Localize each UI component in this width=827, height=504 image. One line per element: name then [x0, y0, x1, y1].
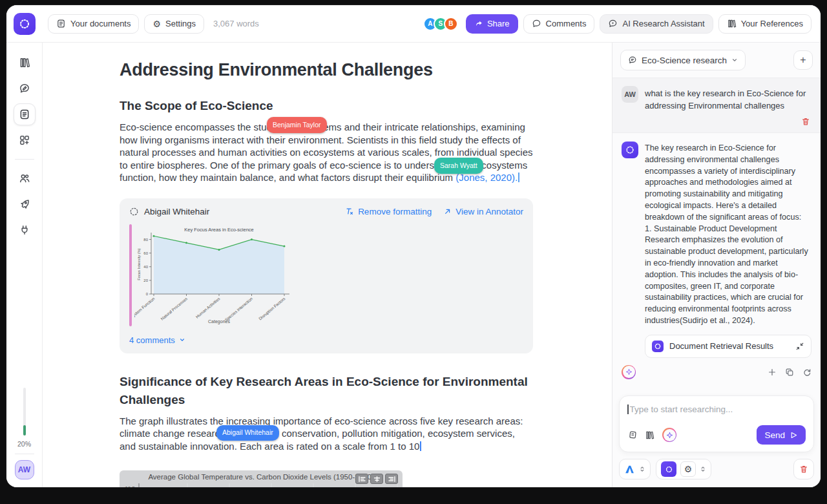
- divider: [15, 159, 34, 160]
- send-button[interactable]: Send: [757, 425, 806, 445]
- trash-icon: [799, 465, 808, 474]
- ai-enhance-button[interactable]: [622, 365, 636, 379]
- your-documents-button[interactable]: Your documents: [48, 14, 139, 34]
- paragraph-1[interactable]: Eco-science encompasses the study of eco…: [120, 121, 533, 184]
- model-settings-selector[interactable]: ⚙: [656, 459, 711, 479]
- your-references-label: Your References: [741, 19, 803, 28]
- sidebar-item-annotations[interactable]: [14, 78, 36, 100]
- chart-align-left-button[interactable]: [355, 474, 368, 484]
- comments-button[interactable]: Comments: [523, 14, 595, 34]
- chevron-down-icon: [179, 337, 185, 343]
- add-to-document-button[interactable]: [768, 368, 777, 377]
- library-icon: [727, 19, 737, 28]
- svg-text:0: 0: [146, 292, 149, 296]
- user-question-text: what is the key research in Eco-Science …: [645, 86, 811, 112]
- new-thread-button[interactable]: +: [793, 50, 813, 70]
- model-settings-gear[interactable]: ⚙: [680, 461, 696, 477]
- dashed-circle-icon: [129, 207, 139, 216]
- text-cursor: [518, 173, 519, 182]
- app-model-icon: [661, 461, 676, 477]
- view-in-annotator-button[interactable]: View in Annotator: [443, 207, 523, 216]
- thread-selector-dropdown[interactable]: Eco-Science research: [620, 50, 746, 70]
- sidebar-item-blocks[interactable]: [14, 129, 36, 151]
- share-button[interactable]: Share: [466, 14, 518, 34]
- reference-library-button[interactable]: [645, 430, 654, 440]
- avatar[interactable]: B: [444, 17, 458, 31]
- plus-icon: [768, 368, 777, 377]
- sidebar-item-integrations[interactable]: [14, 219, 36, 241]
- your-references-button[interactable]: Your References: [718, 14, 811, 34]
- settings-label: Settings: [165, 19, 196, 28]
- gear-icon: ⚙: [684, 465, 693, 474]
- chart-align-center-button[interactable]: [370, 474, 383, 484]
- chat-history: AW what is the key research in Eco-Scien…: [612, 78, 821, 395]
- input-placeholder: Type to start researching...: [630, 404, 733, 414]
- citation-link[interactable]: (Jones, 2020).: [455, 172, 518, 183]
- user-message: AW what is the key research in Eco-Scien…: [612, 78, 821, 133]
- collaborator-avatars: A S B: [423, 17, 458, 31]
- user-avatar: AW: [622, 86, 638, 103]
- delete-message-button[interactable]: [801, 117, 810, 126]
- svg-text:Average Global Temperature vs.: Average Global Temperature vs. Carbon Di…: [148, 473, 373, 481]
- chat-edit-icon: [19, 83, 30, 94]
- top-toolbar: Your documents ⚙ Settings 3,067 words A …: [6, 5, 821, 43]
- plug-icon: [19, 224, 30, 236]
- grid-plus-icon: [19, 134, 30, 146]
- document-retrieval-results-card[interactable]: Document Retrieval Results: [645, 335, 811, 358]
- input-cursor: [627, 404, 629, 414]
- chat-sparkle-icon: [608, 19, 618, 28]
- divider: [15, 454, 34, 454]
- ai-research-assistant-label: AI Research Assistant: [622, 19, 704, 28]
- sparkle-icon: [625, 368, 633, 375]
- svg-text:40: 40: [143, 264, 148, 268]
- dotted-ring-logo-icon: [18, 17, 31, 30]
- svg-text:60: 60: [143, 251, 148, 255]
- embedded-figure-card: Abigail Whitehair Remove formatting View…: [120, 198, 533, 353]
- svg-text:Species Interaction: Species Interaction: [224, 296, 255, 322]
- sidebar-item-library[interactable]: [14, 52, 36, 74]
- ai-research-assistant-button[interactable]: AI Research Assistant: [600, 14, 713, 34]
- assistant-message-actions: [622, 365, 811, 379]
- gear-icon: ⚙: [152, 19, 161, 28]
- trash-icon: [801, 117, 810, 126]
- sidebar-item-launch[interactable]: [14, 193, 36, 215]
- sidebar-item-documents[interactable]: [14, 103, 36, 125]
- rocket-icon: [19, 198, 30, 210]
- copy-button[interactable]: [785, 368, 794, 377]
- provider-selector[interactable]: [619, 459, 651, 479]
- figure-comments-toggle[interactable]: 4 comments: [129, 335, 185, 345]
- document-icon: [56, 19, 66, 28]
- remove-formatting-button[interactable]: Remove formatting: [345, 207, 432, 216]
- assistant-message: The key research in Eco-Science for addr…: [612, 133, 821, 379]
- clear-chat-button[interactable]: [793, 459, 814, 479]
- paragraph-2[interactable]: The graph illustrates the increasing imp…: [120, 415, 533, 453]
- figure-selection-bar: [129, 224, 132, 326]
- chart-align-right-button[interactable]: [385, 474, 398, 484]
- document-canvas[interactable]: Addressing Environmental Challenges The …: [43, 43, 612, 487]
- sidebar-item-team[interactable]: [14, 167, 36, 189]
- line-chart-key-focus-areas[interactable]: Key Focus Areas in Eco-science020406080E…: [134, 224, 412, 326]
- user-avatar[interactable]: AW: [15, 460, 34, 479]
- zoom-slider[interactable]: [23, 388, 26, 436]
- svg-text:Natural Processes: Natural Processes: [160, 296, 188, 320]
- sparkle-icon: [666, 432, 673, 439]
- svg-text:Key Focus Areas in Eco-science: Key Focus Areas in Eco-science: [184, 227, 254, 233]
- send-icon: [790, 431, 798, 439]
- regenerate-button[interactable]: [802, 368, 811, 377]
- ai-suggest-button[interactable]: [662, 428, 676, 442]
- svg-text:Human Activities: Human Activities: [194, 296, 220, 319]
- collaborator-cursor-tag: Sarah Wyatt: [434, 158, 483, 174]
- figure-author: Abigail Whitehair: [144, 207, 209, 216]
- users-icon: [19, 173, 30, 184]
- settings-button[interactable]: ⚙ Settings: [144, 14, 204, 34]
- chat-input[interactable]: Type to start researching...: [627, 404, 806, 414]
- paragraph-2-text: The graph illustrates the increasing imp…: [120, 415, 523, 452]
- chevron-down-icon: [731, 57, 738, 63]
- copy-icon: [785, 368, 794, 377]
- app-logo[interactable]: [14, 13, 36, 35]
- svg-text:Disruption Factors: Disruption Factors: [258, 296, 286, 321]
- scatter-chart-card[interactable]: Average Global Temperature vs. Carbon Di…: [120, 470, 403, 487]
- chart-toolbar: [355, 474, 398, 484]
- attach-document-button[interactable]: [627, 430, 637, 440]
- svg-text:20: 20: [143, 278, 148, 282]
